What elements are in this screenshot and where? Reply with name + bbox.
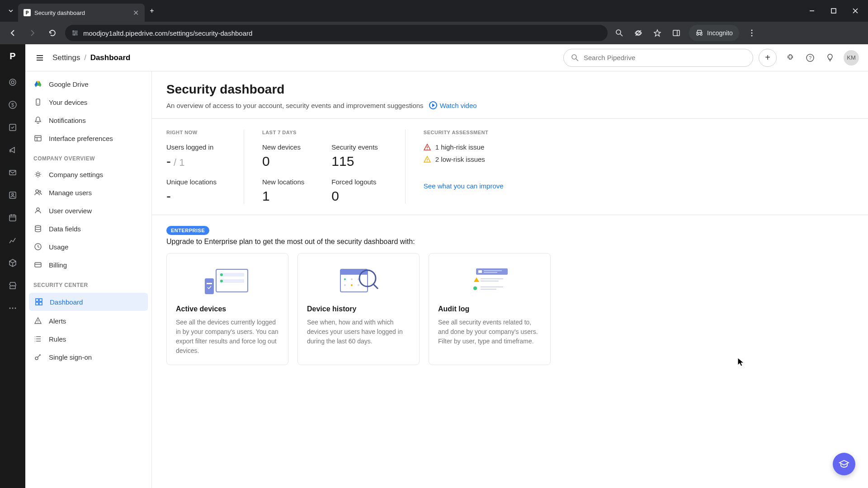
feature-card-device-history[interactable]: Device history See when, how and with wh… — [297, 253, 420, 365]
url-bar[interactable]: moodjoy1altd.pipedrive.com/settings/secu… — [65, 25, 608, 41]
watch-video-link[interactable]: Watch video — [429, 101, 477, 109]
breadcrumb-root[interactable]: Settings — [52, 53, 80, 62]
alert-icon — [33, 316, 42, 325]
sidebar-header-company: COMPANY OVERVIEW — [25, 147, 151, 165]
close-window-button[interactable] — [846, 4, 864, 18]
browser-tab[interactable]: P Security dashboard ✕ — [18, 4, 145, 22]
svg-rect-54 — [220, 279, 244, 283]
rail-projects-icon[interactable] — [3, 117, 23, 137]
tab-search-dropdown[interactable] — [4, 4, 18, 18]
help-icon[interactable]: ? — [804, 52, 816, 64]
svg-point-8 — [751, 33, 752, 34]
sidebar-item-label: Usage — [49, 243, 68, 251]
svg-point-65 — [358, 284, 359, 286]
tracking-blocked-icon[interactable] — [632, 27, 645, 39]
rail-target-icon[interactable] — [3, 72, 23, 92]
extensions-icon[interactable] — [784, 52, 797, 64]
svg-point-10 — [9, 79, 16, 85]
sidebar-header-security: SECURITY CENTER — [25, 274, 151, 292]
zoom-icon[interactable] — [613, 27, 626, 39]
users-icon — [33, 188, 42, 197]
browser-menu-button[interactable] — [745, 27, 758, 39]
svg-point-63 — [344, 284, 346, 286]
rail-campaigns-icon[interactable] — [3, 140, 23, 160]
side-panel-icon[interactable] — [670, 27, 683, 39]
sidebar-item-company-settings[interactable]: Company settings — [25, 165, 151, 183]
feature-card-active-devices[interactable]: Active devices See all the devices curre… — [166, 253, 288, 365]
sidebar-item-interface-prefs[interactable]: Interface preferences — [25, 129, 151, 147]
svg-text:$: $ — [11, 102, 14, 108]
svg-rect-73 — [481, 281, 499, 282]
phone-icon — [33, 98, 42, 107]
low-risk-row[interactable]: 2 low-risk issues — [424, 155, 504, 163]
feature-card-audit-log[interactable]: Audit log See all security events relate… — [429, 253, 551, 365]
rail-more-icon[interactable] — [3, 298, 23, 318]
menu-toggle-button[interactable] — [34, 52, 45, 63]
play-icon — [429, 101, 437, 109]
sidebar-item-alerts[interactable]: Alerts — [25, 312, 151, 330]
lightbulb-icon[interactable] — [824, 52, 836, 64]
rail-marketplace-icon[interactable] — [3, 276, 23, 296]
graduation-cap-icon — [839, 459, 849, 469]
svg-rect-43 — [39, 299, 42, 301]
svg-rect-71 — [484, 272, 497, 273]
sidebar-item-google-drive[interactable]: Google Drive — [25, 75, 151, 93]
sidebar-item-manage-users[interactable]: Manage users — [25, 183, 151, 202]
key-icon — [33, 352, 42, 361]
svg-point-9 — [751, 35, 752, 37]
stat-value: - — [166, 154, 171, 169]
forward-button[interactable] — [25, 26, 40, 40]
rail-calendar-icon[interactable] — [3, 208, 23, 228]
svg-rect-72 — [481, 278, 503, 279]
maximize-button[interactable] — [825, 4, 843, 18]
url-text: moodjoy1altd.pipedrive.com/settings/secu… — [83, 29, 252, 37]
search-box[interactable] — [563, 49, 753, 67]
close-tab-button[interactable]: ✕ — [132, 9, 139, 16]
sidebar-item-data-fields[interactable]: Data fields — [25, 220, 151, 238]
new-tab-button[interactable]: + — [145, 4, 159, 18]
rail-contacts-icon[interactable] — [3, 185, 23, 205]
app-logo-icon[interactable]: P — [5, 48, 21, 64]
site-settings-icon[interactable] — [71, 29, 79, 37]
rail-products-icon[interactable] — [3, 253, 23, 273]
bookmark-icon[interactable] — [651, 27, 664, 39]
svg-rect-31 — [35, 136, 41, 141]
window-controls — [803, 4, 864, 18]
reload-button[interactable] — [45, 26, 60, 40]
sidebar-item-dashboard[interactable]: Dashboard — [29, 293, 148, 311]
svg-rect-70 — [484, 270, 502, 271]
sidebar-item-user-overview[interactable]: User overview — [25, 202, 151, 220]
svg-point-23 — [12, 308, 14, 309]
svg-point-38 — [35, 225, 41, 227]
search-input[interactable] — [584, 54, 745, 61]
improve-link[interactable]: See what you can improve — [424, 182, 504, 190]
svg-point-61 — [351, 278, 353, 280]
sidebar-item-label: Billing — [49, 261, 67, 269]
sidebar-item-billing[interactable]: Billing — [25, 256, 151, 274]
svg-line-3 — [620, 34, 623, 36]
sidebar-item-notifications[interactable]: Notifications — [25, 111, 151, 129]
sidebar-item-sso[interactable]: Single sign-on — [25, 348, 151, 366]
high-risk-row[interactable]: 1 high-risk issue — [424, 143, 504, 151]
svg-point-24 — [15, 308, 16, 309]
feature-card-title: Device history — [307, 305, 410, 313]
sidebar-item-your-devices[interactable]: Your devices — [25, 93, 151, 111]
rail-insights-icon[interactable] — [3, 230, 23, 250]
stat-label: Forced logouts — [331, 178, 378, 186]
sidebar-item-usage[interactable]: Usage — [25, 238, 151, 256]
minimize-button[interactable] — [803, 4, 821, 18]
back-button[interactable] — [5, 26, 20, 40]
user-avatar[interactable]: KM — [844, 50, 859, 66]
sidebar-item-label: Your devices — [49, 99, 87, 106]
breadcrumb: Settings / Dashboard — [52, 53, 130, 62]
rail-deals-icon[interactable]: $ — [3, 95, 23, 115]
sidebar-item-rules[interactable]: Rules — [25, 330, 151, 348]
incognito-badge[interactable]: Incognito — [689, 25, 739, 41]
svg-point-74 — [473, 286, 477, 290]
rail-mail-icon[interactable] — [3, 163, 23, 183]
help-fab-button[interactable] — [833, 453, 855, 475]
breadcrumb-current: Dashboard — [90, 53, 131, 62]
stats-head-7days: LAST 7 DAYS — [262, 130, 378, 135]
bell-icon — [33, 116, 42, 125]
add-button[interactable]: + — [759, 49, 777, 67]
